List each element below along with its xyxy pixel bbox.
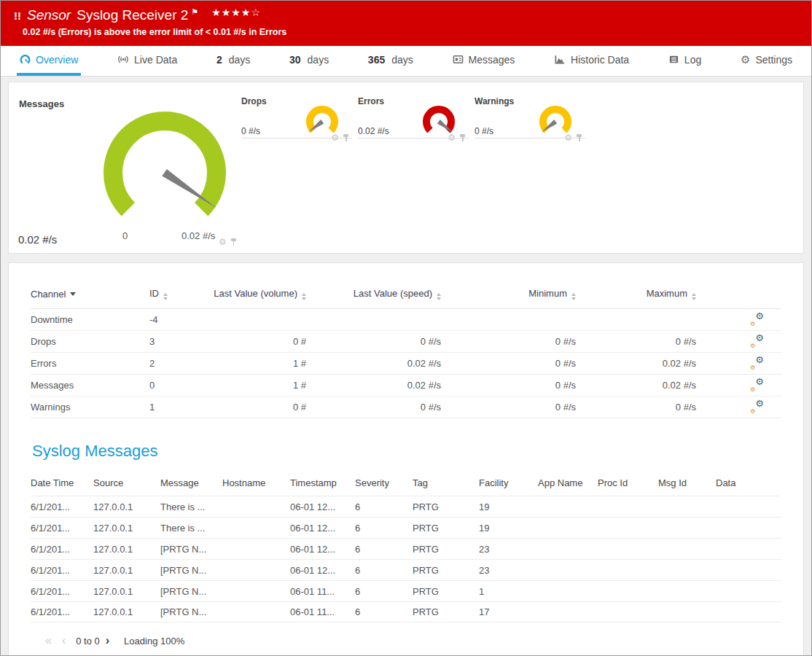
first-page-icon[interactable]: « — [45, 634, 52, 647]
tab-365-days[interactable]: 365 days — [365, 46, 416, 76]
pin-icon[interactable] — [459, 134, 466, 142]
syslog-row: 6/1/201...127.0.0.1[PRTG N...06-01 12...… — [31, 559, 781, 580]
tab-live-data[interactable]: Live Data — [114, 46, 180, 76]
gauge-drops: Drops 0 #/s ⚙ — [241, 96, 352, 138]
pin-icon[interactable] — [576, 134, 582, 142]
gauge-actions: ⚙ — [448, 133, 466, 143]
col-header-last-value-volume[interactable]: Last Value (volume) — [204, 288, 306, 300]
channel-row-errors[interactable]: Errors21 #0.02 #/s0 #/s0.02 #/s ⚙⚙ — [31, 353, 781, 375]
col-header-id[interactable]: ID — [149, 288, 204, 300]
sort-desc-icon — [70, 292, 76, 296]
gauge-label: Errors — [358, 96, 384, 106]
syslog-row: 6/1/201...127.0.0.1[PRTG N...06-01 12...… — [31, 538, 781, 559]
col-header-minimum[interactable]: Minimum — [441, 288, 576, 300]
gauge-value: 0 #/s — [241, 126, 260, 136]
priority-flag-icon[interactable]: ⚑ — [191, 7, 198, 17]
col-facility: Facility — [479, 477, 538, 488]
col-tag: Tag — [413, 477, 479, 488]
col-hostname: Hostname — [222, 477, 290, 488]
col-msg-id: Msg Id — [658, 477, 716, 488]
channel-table: Channel ID Last Value (volume) Last Valu… — [31, 278, 781, 418]
tab-label: Historic Data — [571, 54, 629, 66]
previous-page-icon[interactable]: ‹ — [62, 634, 66, 647]
gauge-icon — [20, 54, 31, 65]
gear-icon[interactable]: ⚙ — [331, 133, 339, 143]
channel-row-messages[interactable]: Messages01 #0.02 #/s0 #/s0.02 #/s ⚙⚙ — [31, 375, 781, 397]
sensor-page: !! Sensor Syslog Receiver 2 ⚑ ★★★★☆ 0.02… — [0, 0, 812, 656]
channel-settings-icon[interactable]: ⚙⚙ — [750, 356, 764, 369]
tab-historic-data[interactable]: Historic Data — [551, 46, 632, 76]
gear-icon[interactable]: ⚙ — [219, 237, 227, 247]
col-proc-id: Proc Id — [598, 477, 658, 488]
gauge-warnings: Warnings 0 #/s ⚙ — [475, 96, 585, 138]
message-board-icon — [453, 54, 464, 65]
channel-row-downtime[interactable]: Downtime-4 ⚙⚙ — [31, 309, 781, 331]
channel-row-warnings[interactable]: Warnings10 #0 #/s0 #/s0 #/s ⚙⚙ — [31, 397, 781, 418]
col-data: Data — [716, 477, 781, 488]
gauge-label: Drops — [241, 96, 267, 106]
gear-icon[interactable]: ⚙ — [448, 133, 456, 143]
log-list-icon — [668, 54, 679, 65]
tab-2-days[interactable]: 2 days — [214, 46, 253, 76]
tab-30-days[interactable]: 30 days — [286, 46, 332, 76]
tab-overview[interactable]: Overview — [17, 46, 81, 76]
gauge-value: 0.02 #/s — [358, 126, 389, 136]
gear-icon[interactable]: ⚙ — [564, 133, 572, 143]
sort-icon — [163, 293, 168, 300]
next-page-icon[interactable]: › — [106, 634, 109, 647]
stars-filled[interactable]: ★★★★ — [211, 7, 251, 18]
tab-log[interactable]: Log — [665, 46, 704, 76]
col-header-maximum[interactable]: Maximum — [576, 288, 696, 300]
sort-icon — [692, 293, 696, 300]
tab-settings[interactable]: ⚙ Settings — [738, 46, 795, 76]
syslog-section-title: Syslog Messages — [31, 442, 781, 461]
channel-settings-icon[interactable]: ⚙⚙ — [750, 313, 764, 325]
tab-label: days — [308, 54, 329, 66]
gauge-actions: ⚙ — [219, 237, 237, 247]
col-timestamp: Timestamp — [290, 477, 355, 488]
main-gauge-value: 0.02 #/s — [18, 233, 57, 246]
main-gauge-label: Messages — [19, 98, 64, 109]
tab-label: Messages — [469, 54, 515, 66]
gauges-panel: Messages 0 0.02 #/s 0.02 #/s ⚙ Drops 0 #… — [8, 82, 804, 254]
syslog-table: Date Time Source Message Hostname Timest… — [31, 471, 781, 622]
tab-label: Log — [684, 54, 701, 66]
broadcast-icon — [117, 54, 129, 65]
error-status-message: 0.02 #/s (Errors) is above the error lim… — [14, 23, 811, 37]
pin-icon[interactable] — [343, 134, 349, 142]
col-header-channel[interactable]: Channel — [31, 289, 149, 300]
channel-settings-icon[interactable]: ⚙⚙ — [750, 400, 764, 413]
col-severity: Severity — [355, 477, 413, 488]
tab-label: days — [391, 54, 413, 66]
channel-row-drops[interactable]: Drops30 #0 #/s0 #/s0 #/s ⚙⚙ — [31, 331, 781, 353]
col-header-last-value-speed[interactable]: Last Value (speed) — [306, 288, 441, 300]
tab-label: Live Data — [134, 54, 177, 66]
tab-messages[interactable]: Messages — [450, 46, 518, 76]
tab-number: 2 — [216, 54, 222, 66]
alert-icon: !! — [14, 9, 21, 22]
gauge-errors: Errors 0.02 #/s ⚙ — [358, 96, 469, 138]
channel-settings-icon[interactable]: ⚙⚙ — [750, 335, 764, 347]
channel-settings-icon[interactable]: ⚙⚙ — [750, 378, 764, 391]
gear-icon: ⚙ — [741, 53, 750, 66]
col-app-name: App Name — [538, 477, 598, 488]
tab-number: 365 — [368, 54, 385, 66]
pagination: « ‹ 0 to 0 › Loading 100% — [31, 628, 781, 656]
gauge-max-label: 0.02 #/s — [181, 230, 215, 241]
syslog-row: 6/1/201...127.0.0.1[PRTG N...06-01 11...… — [31, 580, 781, 601]
priority-stars[interactable]: ★★★★☆ — [211, 7, 261, 18]
star-empty[interactable]: ☆ — [251, 7, 261, 18]
page-range: 0 to 0 — [76, 636, 100, 647]
tab-label: Overview — [36, 54, 78, 66]
syslog-table-header: Date Time Source Message Hostname Timest… — [31, 471, 781, 496]
gauge-min-label: 0 — [122, 230, 128, 241]
pin-icon[interactable] — [230, 238, 237, 246]
gauge-label: Warnings — [475, 96, 514, 106]
tab-label: Settings — [755, 54, 792, 66]
chart-icon — [554, 54, 566, 65]
data-panel: Channel ID Last Value (volume) Last Valu… — [8, 262, 804, 656]
syslog-row: 6/1/201...127.0.0.1There is ...06-01 12.… — [31, 496, 781, 517]
tab-label: days — [229, 54, 251, 66]
col-message: Message — [160, 477, 222, 488]
channel-table-header: Channel ID Last Value (volume) Last Valu… — [31, 278, 781, 309]
